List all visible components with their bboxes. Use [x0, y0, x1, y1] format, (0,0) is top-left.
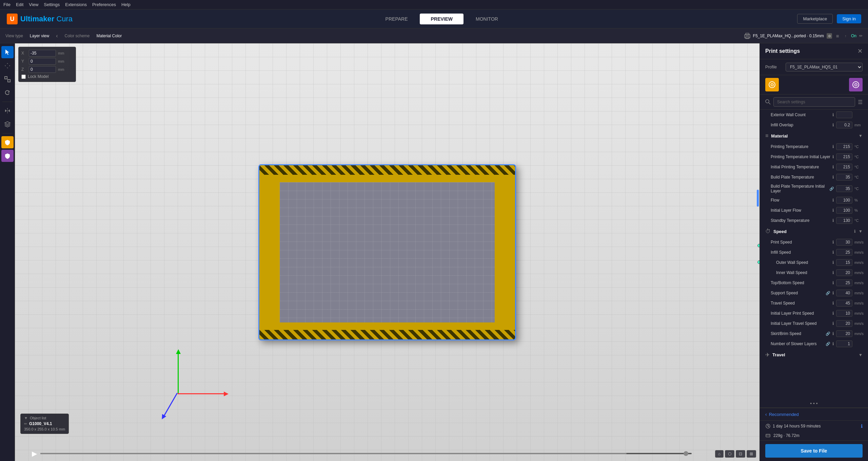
build-plate-temp-value[interactable] [836, 174, 852, 181]
info-icon-st[interactable]: ℹ [832, 218, 834, 223]
view-type-value[interactable]: Layer view [30, 34, 49, 38]
tool-notify-1[interactable]: ! [1, 136, 14, 148]
exterior-wall-count-value[interactable] [836, 111, 852, 118]
material-section-title: Material [771, 133, 856, 139]
printing-temp-value[interactable] [836, 143, 852, 150]
menu-edit[interactable]: Edit [16, 2, 23, 7]
print-speed-value[interactable] [836, 239, 852, 246]
link-icon-nsl[interactable]: 🔗 [826, 342, 830, 346]
num-slower-layers-value[interactable] [836, 340, 852, 347]
info-icon-io[interactable]: ℹ [832, 123, 834, 127]
viewport[interactable]: X mm Y mm Z mm Lock Model [15, 43, 760, 461]
menu-help[interactable]: Help [121, 2, 131, 7]
save-to-file-button[interactable]: Save to File [765, 444, 863, 458]
printer-status-icon[interactable]: ↑ [843, 33, 848, 39]
menu-file[interactable]: File [3, 2, 11, 7]
inner-wall-speed-value[interactable] [836, 269, 852, 276]
view-type-arrow[interactable]: ‹ [56, 33, 58, 39]
info-icon-bpt[interactable]: ℹ [832, 175, 834, 180]
tab-monitor[interactable]: MONITOR [465, 14, 509, 24]
info-icon-nsl[interactable]: ℹ [832, 341, 834, 346]
printer-settings-icon[interactable]: ⚙ [827, 33, 832, 39]
tool-mirror[interactable] [1, 105, 14, 117]
play-button[interactable]: ▶ [32, 449, 37, 458]
info-icon-is[interactable]: ℹ [832, 250, 834, 255]
view-mode-button[interactable]: ⊞ [747, 450, 756, 458]
info-icon-iws[interactable]: ℹ [832, 270, 834, 275]
top-bottom-speed-value[interactable] [836, 279, 852, 286]
link-icon-sbs[interactable]: 🔗 [826, 332, 830, 336]
build-plate-temp-initial-value[interactable] [836, 185, 852, 192]
initial-layer-flow-value[interactable] [836, 207, 852, 214]
x-input[interactable] [29, 50, 56, 57]
travel-section-header[interactable]: ✈ Travel ▼ [760, 349, 868, 361]
settings-tab-custom[interactable]: ⚙ [849, 78, 863, 91]
tool-select[interactable] [1, 46, 14, 58]
recommended-button[interactable]: ‹ Recommended [765, 412, 799, 417]
z-input[interactable] [29, 66, 56, 73]
tab-prepare[interactable]: PREPARE [375, 14, 419, 24]
menu-view[interactable]: View [29, 2, 38, 7]
info-icon-tbs[interactable]: ℹ [832, 280, 834, 285]
lock-model-checkbox[interactable] [21, 75, 26, 79]
marketplace-button[interactable]: Marketplace [797, 14, 833, 24]
initial-layer-print-speed-value[interactable] [836, 310, 852, 317]
profile-select[interactable]: F5_1E_PLAMax_HQS_01 [786, 63, 863, 71]
search-menu-button[interactable]: ☰ [858, 99, 863, 105]
info-icon-ilps[interactable]: ℹ [832, 311, 834, 316]
info-icon-ewc[interactable]: ℹ [832, 112, 834, 117]
y-input[interactable] [29, 58, 56, 65]
info-icon-ps[interactable]: ℹ [832, 240, 834, 245]
zoom-fit-button[interactable]: ⊡ [736, 450, 745, 458]
menu-extensions[interactable]: Extensions [65, 2, 87, 7]
svg-text:U: U [10, 16, 15, 22]
slider-thumb[interactable] [684, 451, 688, 456]
speed-info-icon[interactable]: ℹ [854, 229, 856, 234]
tab-preview[interactable]: PREVIEW [420, 14, 463, 24]
info-icon-ss[interactable]: ℹ [832, 291, 834, 295]
info-icon-ipt[interactable]: ℹ [832, 165, 834, 169]
info-icon-pti[interactable]: ℹ [832, 154, 834, 159]
menu-settings[interactable]: Settings [44, 2, 60, 7]
home-view-button[interactable]: ⌂ [715, 450, 724, 458]
speed-section-header[interactable]: ⏱ Speed ℹ ▼ [760, 226, 868, 237]
tool-move[interactable] [1, 60, 14, 72]
info-icon-ows[interactable]: ℹ [832, 260, 834, 265]
support-speed-value[interactable] [836, 290, 852, 296]
tool-layers[interactable] [1, 118, 14, 130]
menu-preferences[interactable]: Preferences [92, 2, 116, 7]
info-icon-sbs[interactable]: ℹ [832, 331, 834, 336]
link-icon-bpti[interactable]: 🔗 [829, 187, 834, 191]
tool-rotate[interactable] [1, 87, 14, 99]
infill-overlap-value[interactable] [836, 122, 852, 128]
outer-wall-speed-value[interactable] [836, 259, 852, 266]
search-input[interactable] [773, 97, 855, 107]
initial-printing-temp-value[interactable] [836, 164, 852, 170]
standby-temp-value[interactable] [836, 217, 852, 224]
info-icon-flow[interactable]: ℹ [832, 198, 834, 203]
initial-layer-travel-speed-value[interactable] [836, 320, 852, 327]
tool-scale[interactable] [1, 73, 14, 85]
info-icon-ts[interactable]: ℹ [832, 301, 834, 306]
material-section-header[interactable]: ≡ Material ▼ [760, 130, 868, 142]
printer-expand-icon[interactable]: ⊞ [835, 33, 840, 39]
close-panel-button[interactable]: ✕ [857, 47, 863, 55]
layer-slider[interactable] [40, 453, 692, 454]
infill-speed-value[interactable] [836, 249, 852, 256]
skirt-brim-speed-value[interactable] [836, 330, 852, 337]
perspective-button[interactable]: ⬡ [725, 450, 734, 458]
printer-edit-icon[interactable]: ✏ [859, 34, 863, 38]
info-icon-pt[interactable]: ℹ [832, 144, 834, 149]
color-scheme-value[interactable]: Material Color [97, 34, 122, 38]
tool-notify-2[interactable]: ? [1, 150, 14, 162]
travel-speed-value[interactable] [836, 300, 852, 307]
printing-temp-initial-value[interactable] [836, 153, 852, 160]
link-icon-ss[interactable]: 🔗 [826, 291, 830, 295]
info-icon-ilts[interactable]: ℹ [832, 321, 834, 326]
signin-button[interactable]: Sign in [837, 14, 861, 23]
settings-tab-recommended[interactable]: ⚙ [765, 78, 779, 91]
info-icon-ilf[interactable]: ℹ [832, 208, 834, 213]
more-settings-dots[interactable]: • • • [810, 401, 817, 406]
flow-value[interactable] [836, 197, 852, 204]
info-detail-icon[interactable]: ℹ [861, 423, 863, 429]
